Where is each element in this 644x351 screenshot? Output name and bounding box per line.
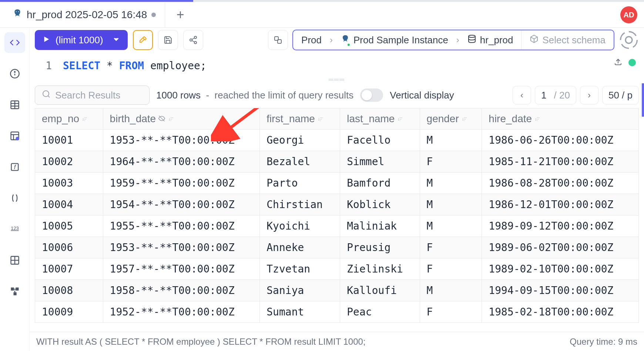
table-cell[interactable]: 10006 [35,237,103,258]
table-cell[interactable]: Parto [260,173,340,194]
sql-editor[interactable]: 1 SELECT * FROM employee; [30,52,644,77]
sidebar-grid[interactable] [4,250,25,271]
breadcrumb-instance[interactable]: Prod Sample Instance [333,30,456,50]
run-query-button[interactable]: (limit 1000) [35,30,128,50]
table-cell[interactable]: F [420,301,482,323]
column-header-birth_date[interactable]: birth_date [103,108,260,130]
table-cell[interactable]: 10002 [35,151,103,173]
table-cell[interactable]: Simmel [340,151,420,173]
table-cell[interactable]: M [420,194,482,215]
table-cell[interactable]: Anneke [260,237,340,258]
vertical-display-toggle[interactable] [360,88,383,102]
table-cell[interactable]: F [420,237,482,258]
table-cell[interactable]: Sumant [260,301,340,323]
table-cell[interactable]: 1985-11-21T00:00:00Z [482,151,639,173]
table-cell[interactable]: Saniya [260,280,340,301]
table-cell[interactable]: 1953-**-**T00:00:00Z [103,237,260,258]
breadcrumb-schema-selector[interactable]: Select schema [521,30,614,50]
table-cell[interactable]: Preusig [340,237,420,258]
table-cell[interactable]: 10008 [35,280,103,301]
page-next-button[interactable]: › [580,86,598,104]
table-cell[interactable]: 1957-**-**T00:00:00Z [103,258,260,280]
table-cell[interactable]: 10007 [35,258,103,280]
column-header-hire_date[interactable]: hire_date [482,108,639,130]
search-results-input[interactable] [35,86,150,105]
table-cell[interactable]: 1985-02-18T00:00:00Z [482,301,639,323]
table-cell[interactable]: M [420,130,482,151]
column-header-last_name[interactable]: last_name [340,108,420,130]
table-row[interactable]: 100061953-**-**T00:00:00ZAnnekePreusigF1… [35,237,639,258]
table-cell[interactable]: 1954-**-**T00:00:00Z [103,194,260,215]
table-cell[interactable]: 1989-02-10T00:00:00Z [482,258,639,280]
table-cell[interactable]: 1989-06-02T00:00:00Z [482,237,639,258]
page-prev-button[interactable]: ‹ [513,86,531,104]
table-cell[interactable]: Koblick [340,194,420,215]
table-cell[interactable]: 1958-**-**T00:00:00Z [103,280,260,301]
table-cell[interactable]: 1955-**-**T00:00:00Z [103,215,260,237]
table-cell[interactable]: 1986-06-26T00:00:00Z [482,130,639,151]
column-header-gender[interactable]: gender [420,108,482,130]
share-button[interactable] [183,30,203,50]
table-row[interactable]: 100091952-**-**T00:00:00ZSumantPeacF1985… [35,301,639,323]
table-cell[interactable]: 1959-**-**T00:00:00Z [103,173,260,194]
table-cell[interactable]: Peac [340,301,420,323]
column-header-emp_no[interactable]: emp_no [35,108,103,130]
table-cell[interactable]: M [420,173,482,194]
breadcrumb-database[interactable]: hr_prod [459,30,521,50]
table-cell[interactable]: 10003 [35,173,103,194]
table-cell[interactable]: Bamford [340,173,420,194]
ai-assistant-button[interactable] [619,30,639,50]
sidebar-numbers[interactable]: 123 [4,219,25,240]
format-sql-button[interactable] [133,30,153,50]
save-button[interactable] [158,30,178,50]
table-row[interactable]: 100011953-**-**T00:00:00ZGeorgiFacelloM1… [35,130,639,151]
table-cell[interactable]: 10001 [35,130,103,151]
table-cell[interactable]: 10004 [35,194,103,215]
new-tab-button[interactable]: + [170,4,191,26]
table-row[interactable]: 100031959-**-**T00:00:00ZPartoBamfordM19… [35,173,639,194]
sidebar-functions[interactable]: f [4,157,25,177]
user-avatar[interactable]: AD [620,6,637,23]
table-cell[interactable]: 1994-09-15T00:00:00Z [482,280,639,301]
page-indicator[interactable]: 1 / 20 [535,86,576,104]
table-row[interactable]: 100041954-**-**T00:00:00ZChirstianKoblic… [35,194,639,215]
table-cell[interactable]: 1953-**-**T00:00:00Z [103,130,260,151]
table-cell[interactable]: Zielinski [340,258,420,280]
table-row[interactable]: 100081958-**-**T00:00:00ZSaniyaKalloufiM… [35,280,639,301]
table-row[interactable]: 100051955-**-**T00:00:00ZKyoichiMaliniak… [35,215,639,237]
table-cell[interactable]: M [420,280,482,301]
table-cell[interactable]: F [420,258,482,280]
table-cell[interactable]: Bezalel [260,151,340,173]
table-cell[interactable]: 1952-**-**T00:00:00Z [103,301,260,323]
table-cell[interactable]: 1986-08-28T00:00:00Z [482,173,639,194]
table-cell[interactable]: 1986-12-01T00:00:00Z [482,194,639,215]
sidebar-database[interactable] [4,126,25,146]
table-cell[interactable]: F [420,151,482,173]
table-cell[interactable]: 10009 [35,301,103,323]
table-cell[interactable]: Georgi [260,130,340,151]
tab-hr-prod[interactable]: hr_prod 2025-02-05 16:48 [4,2,165,28]
table-cell[interactable]: 10005 [35,215,103,237]
table-cell[interactable]: Maliniak [340,215,420,237]
table-cell[interactable]: Kyoichi [260,215,340,237]
table-cell[interactable]: Facello [340,130,420,151]
column-header-first_name[interactable]: first_name [260,108,340,130]
table-cell[interactable]: 1989-09-12T00:00:00Z [482,215,639,237]
panel-resize-handle[interactable]: ═══ [30,77,644,82]
table-cell[interactable]: Chirstian [260,194,340,215]
breadcrumb-environment[interactable]: Prod [293,30,330,50]
sidebar-parens[interactable] [4,188,25,208]
table-cell[interactable]: Kalloufi [340,280,420,301]
table-cell[interactable]: M [420,215,482,237]
table-cell[interactable]: 1964-**-**T00:00:00Z [103,151,260,173]
sidebar-info[interactable] [4,63,25,84]
export-icon[interactable] [614,57,623,68]
sidebar-tables[interactable] [4,94,25,115]
sidebar-schema-diagram[interactable] [4,281,25,302]
page-size-selector[interactable]: 50 / p [602,86,639,104]
table-cell[interactable]: Tzvetan [260,258,340,280]
connection-switch-button[interactable] [268,30,288,50]
sidebar-sql-editor[interactable] [4,32,25,53]
table-row[interactable]: 100021964-**-**T00:00:00ZBezalelSimmelF1… [35,151,639,173]
table-row[interactable]: 100071957-**-**T00:00:00ZTzvetanZielinsk… [35,258,639,280]
